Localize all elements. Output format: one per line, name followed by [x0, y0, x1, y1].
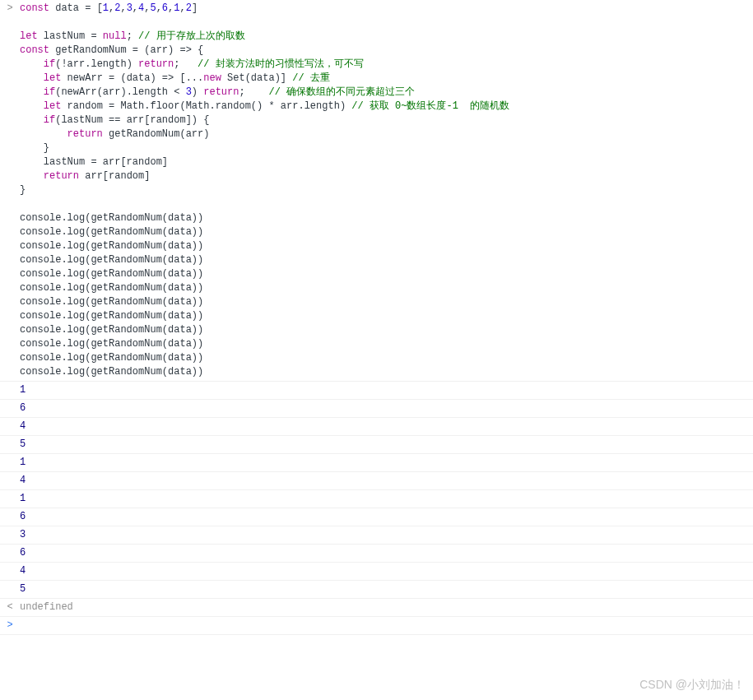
output-marker: [0, 420, 20, 433]
code-line: console.log(getRandomNum(data)): [20, 365, 746, 379]
output-marker: [0, 401, 20, 415]
output-value: 1: [20, 492, 753, 506]
code-line: let newArr = (data) => [...new Set(data)…: [20, 72, 746, 86]
prompt-input[interactable]: [20, 619, 753, 633]
output-value: 5: [20, 438, 753, 452]
output-value: 4: [20, 420, 753, 433]
code-line: }: [20, 141, 746, 155]
code-line: const getRandomNum = (arr) => {: [20, 44, 746, 58]
code-line: [20, 197, 746, 211]
code-line: console.log(getRandomNum(data)): [20, 281, 746, 295]
output-value: 6: [20, 401, 753, 415]
output-value: 4: [20, 564, 753, 578]
console-output-row[interactable]: 6: [0, 400, 753, 418]
code-line: [20, 16, 746, 30]
code-line: console.log(getRandomNum(data)): [20, 211, 746, 225]
code-line: if(lastNum == arr[random]) {: [20, 114, 746, 127]
code-line: console.log(getRandomNum(data)): [20, 225, 746, 239]
output-value: 3: [20, 528, 753, 542]
console-output-row[interactable]: 4: [0, 418, 753, 436]
code-line: console.log(getRandomNum(data)): [20, 309, 746, 323]
output-marker: [0, 564, 20, 578]
code-line: let lastNum = null; // 用于存放上次的取数: [20, 30, 746, 44]
output-marker: [0, 492, 20, 506]
code-line: const data = [1,2,3,4,5,6,1,2]: [20, 2, 746, 16]
result-value: undefined: [20, 600, 753, 614]
console-output-row[interactable]: 4: [0, 472, 753, 490]
code-line: console.log(getRandomNum(data)): [20, 337, 746, 351]
console-panel[interactable]: >const data = [1,2,3,4,5,6,1,2] let last…: [0, 0, 753, 635]
console-result-row[interactable]: <undefined: [0, 599, 753, 617]
output-value: 4: [20, 474, 753, 488]
code-line: return getRandomNum(arr): [20, 127, 746, 141]
console-output-row[interactable]: 3: [0, 526, 753, 545]
console-output-row[interactable]: 1: [0, 490, 753, 508]
code-content: const data = [1,2,3,4,5,6,1,2] let lastN…: [20, 2, 753, 379]
console-prompt-row[interactable]: >: [0, 617, 753, 635]
output-value: 5: [20, 582, 753, 596]
output-value: 1: [20, 383, 753, 397]
console-output-row[interactable]: 1: [0, 454, 753, 472]
code-line: console.log(getRandomNum(data)): [20, 323, 746, 337]
console-output-row[interactable]: 5: [0, 581, 753, 599]
code-line: console.log(getRandomNum(data)): [20, 295, 746, 309]
output-marker: [0, 456, 20, 470]
console-output-row[interactable]: 5: [0, 436, 753, 454]
output-marker: [0, 438, 20, 452]
result-marker-icon: <: [0, 600, 20, 614]
console-output-row[interactable]: 1: [0, 382, 753, 400]
code-line: return arr[random]: [20, 169, 746, 183]
console-output-row[interactable]: 6: [0, 508, 753, 526]
code-line: }: [20, 183, 746, 197]
code-line: let random = Math.floor(Math.random() * …: [20, 100, 746, 114]
output-value: 6: [20, 546, 753, 560]
code-line: if(newArr(arr).length < 3) return; // 确保…: [20, 86, 746, 100]
code-line: console.log(getRandomNum(data)): [20, 351, 746, 365]
output-value: 6: [20, 510, 753, 524]
output-marker: [0, 383, 20, 397]
code-line: lastNum = arr[random]: [20, 155, 746, 169]
console-output-row[interactable]: 6: [0, 545, 753, 563]
code-line: console.log(getRandomNum(data)): [20, 239, 746, 253]
prompt-marker-icon: >: [0, 619, 20, 633]
input-marker-icon: >: [0, 2, 20, 379]
output-marker: [0, 582, 20, 596]
output-value: 1: [20, 456, 753, 470]
code-line: console.log(getRandomNum(data)): [20, 253, 746, 267]
code-line: console.log(getRandomNum(data)): [20, 267, 746, 281]
output-marker: [0, 546, 20, 560]
code-line: if(!arr.length) return; // 封装方法时的习惯性写法，可…: [20, 58, 746, 72]
output-marker: [0, 510, 20, 524]
console-output-row[interactable]: 4: [0, 563, 753, 581]
output-marker: [0, 474, 20, 488]
console-input-row[interactable]: >const data = [1,2,3,4,5,6,1,2] let last…: [0, 0, 753, 382]
output-marker: [0, 528, 20, 542]
